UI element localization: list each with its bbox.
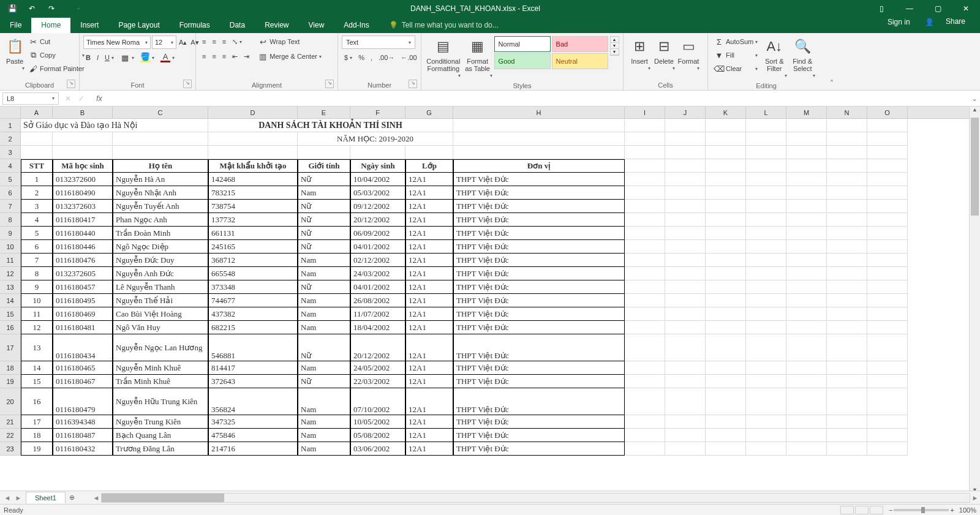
cell[interactable]: Nữ: [298, 173, 350, 186]
column-header-M[interactable]: M: [786, 107, 827, 118]
merge-center[interactable]: ▥Merge & Center▾: [255, 50, 324, 62]
row-header-19[interactable]: 19: [0, 375, 21, 388]
cell[interactable]: [867, 280, 908, 294]
cell[interactable]: [706, 240, 746, 254]
row-header-21[interactable]: 21: [0, 415, 21, 429]
column-header-O[interactable]: O: [867, 107, 908, 118]
cell[interactable]: [665, 375, 706, 388]
font-size-combo[interactable]: 12▾: [152, 36, 176, 49]
cell[interactable]: Nguyễn Anh Đức: [113, 267, 208, 280]
cell[interactable]: 0132372605: [53, 267, 113, 280]
sort-filter[interactable]: A↓Sort & Filter▾: [760, 36, 788, 81]
cell[interactable]: THPT Việt Đức: [453, 267, 625, 280]
cell[interactable]: THPT Việt Đức: [453, 186, 625, 200]
copy-button[interactable]: ⧉Copy▾: [26, 49, 87, 61]
decrease-decimal[interactable]: ←.00: [398, 51, 419, 64]
grow-font[interactable]: A▴: [178, 36, 188, 48]
cancel-formula[interactable]: ✕: [61, 94, 75, 103]
column-header-C[interactable]: C: [113, 107, 208, 118]
clear-button[interactable]: ⌫Clear▾: [712, 62, 760, 75]
cell[interactable]: [625, 254, 665, 267]
cell[interactable]: 07/10/2002: [350, 388, 405, 415]
cell[interactable]: Trần Đoàn Minh: [113, 227, 208, 240]
redo-button[interactable]: ↷: [43, 0, 60, 17]
row-header-9[interactable]: 9: [0, 227, 21, 240]
cell[interactable]: [827, 267, 867, 280]
cell[interactable]: [786, 254, 827, 267]
fill-button[interactable]: ▼Fill▾: [712, 49, 760, 61]
cell[interactable]: [746, 334, 786, 361]
cell[interactable]: [867, 213, 908, 227]
cell[interactable]: [867, 415, 908, 429]
cell[interactable]: [625, 429, 665, 442]
cell[interactable]: [786, 227, 827, 240]
cell[interactable]: 783215: [208, 186, 298, 200]
column-header-G[interactable]: G: [405, 107, 453, 118]
cell[interactable]: [21, 132, 53, 146]
enter-formula[interactable]: ✓: [75, 94, 88, 103]
cell[interactable]: [706, 429, 746, 442]
cell[interactable]: Nguyễn Ngọc Lan Hương: [113, 334, 208, 361]
cell[interactable]: 18: [21, 429, 53, 442]
cell[interactable]: [786, 200, 827, 213]
cell[interactable]: [867, 307, 908, 321]
cell[interactable]: 12A1: [405, 200, 453, 213]
zoom-level[interactable]: 100%: [959, 506, 976, 514]
row-header-16[interactable]: 16: [0, 321, 21, 334]
cell[interactable]: THPT Việt Đức: [453, 213, 625, 227]
cell[interactable]: [706, 280, 746, 294]
row-header-2[interactable]: 2: [0, 132, 21, 146]
formula-bar[interactable]: [107, 92, 969, 105]
cell[interactable]: [746, 213, 786, 227]
fill-color-button[interactable]: 🪣▾: [138, 51, 157, 64]
cell[interactable]: [665, 132, 706, 146]
cell[interactable]: [746, 429, 786, 442]
cell[interactable]: [867, 334, 908, 361]
cell[interactable]: 12A1: [405, 173, 453, 186]
cell[interactable]: [706, 307, 746, 321]
cell[interactable]: 475846: [208, 429, 298, 442]
insert-cells[interactable]: ⊞Insert▾: [627, 36, 652, 73]
cell[interactable]: 12A1: [405, 213, 453, 227]
cell[interactable]: [786, 415, 827, 429]
cell[interactable]: [786, 213, 827, 227]
cut-button[interactable]: ✂Cut: [26, 36, 87, 48]
wrap-text[interactable]: ↩Wrap Text: [255, 36, 324, 48]
cell[interactable]: THPT Việt Đức: [453, 280, 625, 294]
cell[interactable]: [665, 307, 706, 321]
italic-button[interactable]: I: [94, 51, 101, 64]
cell[interactable]: THPT Việt Đức: [453, 173, 625, 186]
cell[interactable]: 373348: [208, 280, 298, 294]
cell[interactable]: [665, 294, 706, 307]
style-bad[interactable]: Bad: [552, 36, 608, 52]
cell[interactable]: [746, 119, 786, 132]
cell[interactable]: [625, 442, 665, 456]
cell[interactable]: [827, 361, 867, 375]
cell[interactable]: 24/03/2002: [350, 267, 405, 280]
alignment-launcher[interactable]: ↘: [325, 80, 334, 88]
cell[interactable]: 12A1: [405, 442, 453, 456]
cell-styles-scroll[interactable]: ▴▾▾: [610, 36, 619, 56]
cell[interactable]: Sở Giáo dục và Đào tạo Hà Nội: [21, 119, 208, 132]
paste-button[interactable]: 📋 Paste▾: [4, 36, 26, 73]
cell[interactable]: [665, 267, 706, 280]
cell[interactable]: [298, 146, 350, 159]
cell[interactable]: [786, 375, 827, 388]
cell[interactable]: [827, 280, 867, 294]
cell[interactable]: [665, 415, 706, 429]
conditional-formatting[interactable]: ▤Conditional Formatting▾: [425, 36, 462, 81]
cell[interactable]: [827, 213, 867, 227]
cell[interactable]: [665, 361, 706, 375]
cell[interactable]: Nữ: [298, 227, 350, 240]
cell[interactable]: 214716: [208, 442, 298, 456]
cell[interactable]: 12A1: [405, 280, 453, 294]
cell[interactable]: 0116180434: [53, 334, 113, 361]
cell[interactable]: 15: [21, 375, 53, 388]
sheet-nav-next[interactable]: ►: [13, 494, 23, 502]
cell[interactable]: THPT Việt Đức: [453, 361, 625, 375]
cell[interactable]: THPT Việt Đức: [453, 294, 625, 307]
cell[interactable]: [746, 415, 786, 429]
cell[interactable]: 17: [21, 415, 53, 429]
cell[interactable]: 0116180465: [53, 361, 113, 375]
cell[interactable]: Nam: [298, 442, 350, 456]
